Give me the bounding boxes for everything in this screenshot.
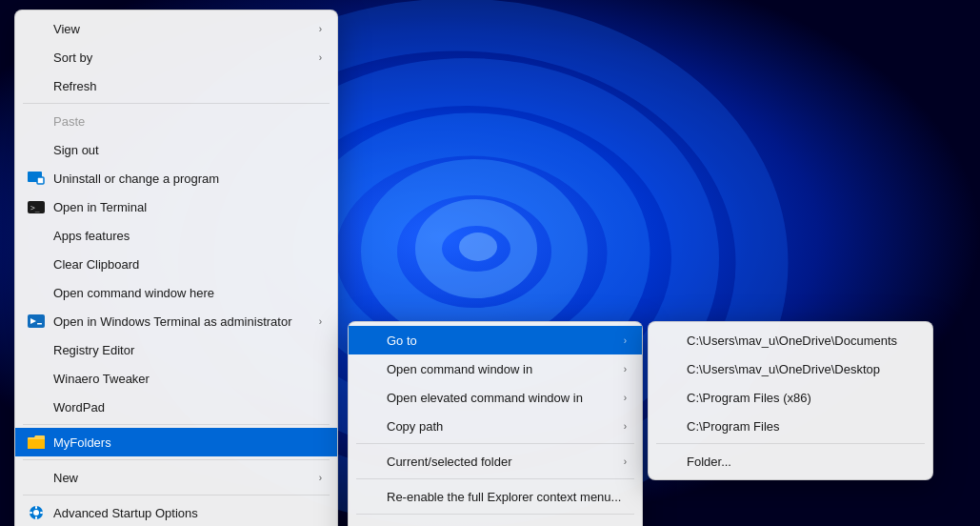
svg-rect-16 (28, 439, 45, 449)
open-elevated-icon (360, 388, 379, 407)
separator-s2 (356, 478, 634, 479)
menu-item-registry[interactable]: Registry Editor (15, 335, 337, 364)
advanced-icon (27, 503, 46, 522)
sortby-icon (27, 48, 46, 67)
svg-point-18 (33, 510, 39, 516)
separator-s1 (356, 443, 634, 444)
arrow-icon: › (319, 316, 322, 327)
menu-item-winaero[interactable]: Winaero Tweaker (15, 364, 337, 393)
menu-item-myfolders[interactable]: MyFolders (15, 428, 337, 456)
svg-point-8 (459, 233, 497, 261)
menu-item-apps-features[interactable]: Apps features (15, 221, 337, 250)
menu-item-progfiles-x86[interactable]: C:\Program Files (x86) (649, 383, 932, 412)
paste-icon (27, 111, 46, 131)
terminal-icon: >_ (27, 197, 46, 216)
menu-item-settings[interactable]: Settings... (349, 517, 642, 526)
tertiary-context-menu: C:\Users\mav_u\OneDrive\Documents C:\Use… (648, 321, 933, 480)
menu-item-desktop[interactable]: C:\Users\mav_u\OneDrive\Desktop (649, 354, 932, 383)
menu-item-view[interactable]: View › (15, 14, 337, 43)
menu-item-open-cmd-in[interactable]: Open command window in › (349, 354, 642, 383)
menu-item-folder[interactable]: Folder... (649, 447, 932, 475)
apps-icon (27, 226, 46, 245)
open-cmd-in-icon (360, 359, 379, 378)
signout-icon (27, 140, 46, 159)
arrow-icon: › (319, 473, 322, 483)
svg-rect-21 (30, 512, 32, 514)
clipboard-icon (27, 254, 46, 273)
menu-item-open-cmd[interactable]: Open command window here (15, 278, 337, 307)
view-icon (27, 19, 46, 38)
copy-path-icon (360, 416, 379, 435)
progfiles-icon (660, 416, 679, 435)
menu-item-new[interactable]: New › (15, 463, 337, 492)
menu-item-refresh[interactable]: Refresh (15, 71, 337, 100)
menu-item-sortby[interactable]: Sort by › (15, 43, 337, 71)
menu-item-paste: Paste (15, 107, 337, 135)
progfiles-x86-icon (660, 388, 679, 407)
wordpad-icon (27, 397, 46, 416)
menu-item-current-folder[interactable]: Current/selected folder › (349, 447, 642, 475)
primary-context-menu: View › Sort by › Refresh Paste Sign out … (14, 10, 338, 526)
cmd-icon (27, 283, 46, 302)
myfolders-icon (27, 433, 46, 452)
windows-terminal-icon (27, 312, 46, 331)
new-icon (27, 468, 46, 487)
menu-item-open-elevated[interactable]: Open elevated command window in › (349, 383, 642, 412)
menu-item-goto[interactable]: Go to › (349, 326, 642, 354)
svg-rect-10 (37, 177, 44, 184)
menu-item-reenable[interactable]: Re-enable the full Explorer context menu… (349, 482, 642, 511)
separator-t1 (656, 443, 925, 444)
menu-item-open-terminal[interactable]: >_ Open in Terminal (15, 192, 337, 221)
settings-icon (360, 522, 379, 526)
menu-item-signout[interactable]: Sign out (15, 135, 337, 164)
separator-4 (23, 495, 330, 496)
svg-text:>_: >_ (30, 204, 40, 212)
menu-item-progfiles[interactable]: C:\Program Files (649, 412, 932, 440)
svg-rect-20 (35, 516, 37, 519)
reenable-icon (360, 487, 379, 506)
uninstall-icon (27, 169, 46, 188)
menu-item-open-windows-terminal[interactable]: Open in Windows Terminal as administrato… (15, 307, 337, 335)
menu-item-documents[interactable]: C:\Users\mav_u\OneDrive\Documents (649, 326, 932, 354)
menu-item-clear-clipboard[interactable]: Clear Clipboard (15, 250, 337, 278)
menu-item-copy-path[interactable]: Copy path › (349, 412, 642, 440)
arrow-icon: › (624, 393, 627, 403)
separator-s3 (356, 514, 634, 515)
secondary-context-menu: Go to › Open command window in › Open el… (348, 321, 643, 526)
folder-browse-icon (660, 452, 679, 471)
goto-icon (360, 331, 379, 350)
separator-2 (23, 424, 330, 425)
registry-icon (27, 340, 46, 359)
arrow-icon: › (624, 364, 627, 374)
arrow-icon: › (624, 421, 627, 432)
documents-icon (660, 331, 679, 350)
arrow-icon: › (319, 24, 322, 34)
menu-item-wordpad[interactable]: WordPad (15, 393, 337, 421)
menu-item-uninstall[interactable]: Uninstall or change a program (15, 164, 337, 192)
refresh-icon (27, 76, 46, 95)
desktop-icon (660, 359, 679, 378)
separator-3 (23, 459, 330, 460)
current-folder-icon (360, 452, 379, 471)
winaero-icon (27, 369, 46, 388)
svg-rect-15 (37, 323, 42, 325)
svg-rect-19 (35, 506, 37, 509)
menu-item-advanced[interactable]: Advanced Startup Options (15, 498, 337, 526)
arrow-icon: › (624, 456, 627, 467)
svg-rect-22 (40, 512, 43, 514)
separator-1 (23, 103, 330, 104)
arrow-icon: › (624, 335, 627, 346)
arrow-icon: › (319, 52, 322, 63)
